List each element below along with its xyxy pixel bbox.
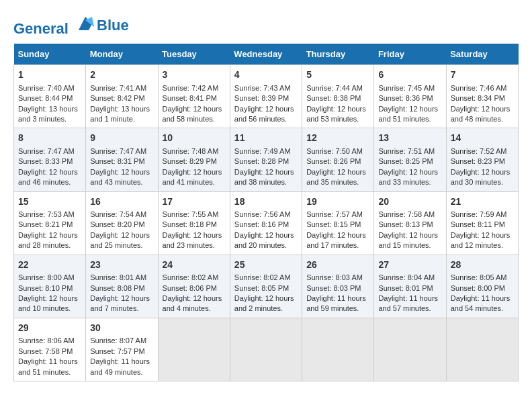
daylight-text: Daylight: 11 hours and 57 minutes. xyxy=(378,294,438,312)
sunrise-text: Sunrise: 8:02 AM xyxy=(163,273,219,281)
day-number: 7 xyxy=(451,68,514,82)
calendar-day-cell: 19Sunrise: 7:57 AMSunset: 8:15 PMDayligh… xyxy=(302,191,374,255)
weekday-header-row: SundayMondayTuesdayWednesdayThursdayFrid… xyxy=(14,44,519,65)
calendar-day-cell: 18Sunrise: 7:56 AMSunset: 8:16 PMDayligh… xyxy=(230,191,302,255)
daylight-text: Daylight: 12 hours and 28 minutes. xyxy=(18,231,78,249)
calendar-week-row: 15Sunrise: 7:53 AMSunset: 8:21 PMDayligh… xyxy=(14,191,519,255)
day-number: 6 xyxy=(378,68,441,82)
daylight-text: Daylight: 12 hours and 7 minutes. xyxy=(90,294,150,312)
calendar-week-row: 8Sunrise: 7:47 AMSunset: 8:33 PMDaylight… xyxy=(14,128,519,191)
calendar-day-cell: 10Sunrise: 7:48 AMSunset: 8:29 PMDayligh… xyxy=(158,128,230,191)
calendar-day-cell: 7Sunrise: 7:46 AMSunset: 8:34 PMDaylight… xyxy=(446,65,518,128)
sunrise-text: Sunrise: 7:47 AM xyxy=(18,147,75,155)
sunrise-text: Sunrise: 7:54 AM xyxy=(90,210,146,218)
sunrise-text: Sunrise: 7:42 AM xyxy=(163,84,219,92)
sunset-text: Sunset: 8:10 PM xyxy=(18,284,73,292)
sunset-text: Sunset: 8:08 PM xyxy=(90,284,144,292)
calendar-day-cell: 5Sunrise: 7:44 AMSunset: 8:38 PMDaylight… xyxy=(302,65,374,128)
sunrise-text: Sunrise: 7:40 AM xyxy=(18,84,75,92)
day-number: 27 xyxy=(378,259,441,272)
sunrise-text: Sunrise: 7:51 AM xyxy=(378,147,435,155)
calendar-day-cell: 2Sunrise: 7:41 AMSunset: 8:42 PMDaylight… xyxy=(86,65,158,128)
day-number: 15 xyxy=(18,195,81,209)
calendar-week-row: 1Sunrise: 7:40 AMSunset: 8:44 PMDaylight… xyxy=(14,65,519,128)
sunset-text: Sunset: 8:06 PM xyxy=(163,284,217,292)
logo-blue-text: Blue xyxy=(97,17,129,34)
daylight-text: Daylight: 12 hours and 33 minutes. xyxy=(378,168,438,186)
sunset-text: Sunset: 7:57 PM xyxy=(90,347,144,355)
calendar-day-cell: 15Sunrise: 7:53 AMSunset: 8:21 PMDayligh… xyxy=(14,191,86,255)
sunrise-text: Sunrise: 8:00 AM xyxy=(18,273,75,281)
daylight-text: Daylight: 13 hours and 1 minute. xyxy=(90,105,150,123)
sunset-text: Sunset: 8:33 PM xyxy=(18,157,73,165)
weekday-header-sunday: Sunday xyxy=(14,44,86,65)
logo-text: General xyxy=(13,13,95,37)
sunrise-text: Sunrise: 8:02 AM xyxy=(234,273,291,281)
daylight-text: Daylight: 13 hours and 3 minutes. xyxy=(18,105,78,123)
weekday-header-saturday: Saturday xyxy=(446,44,518,65)
day-number: 17 xyxy=(163,195,226,209)
weekday-header-thursday: Thursday xyxy=(302,44,374,65)
sunrise-text: Sunrise: 8:03 AM xyxy=(306,273,363,281)
calendar-day-cell: 25Sunrise: 8:02 AMSunset: 8:05 PMDayligh… xyxy=(230,255,302,318)
day-number: 11 xyxy=(234,132,298,145)
sunrise-text: Sunrise: 7:49 AM xyxy=(234,147,291,155)
sunrise-text: Sunrise: 7:59 AM xyxy=(451,210,507,218)
calendar-day-cell: 3Sunrise: 7:42 AMSunset: 8:41 PMDaylight… xyxy=(158,65,230,128)
daylight-text: Daylight: 12 hours and 51 minutes. xyxy=(378,105,438,123)
daylight-text: Daylight: 12 hours and 48 minutes. xyxy=(451,105,511,123)
day-number: 19 xyxy=(306,195,369,209)
daylight-text: Daylight: 12 hours and 30 minutes. xyxy=(451,168,511,186)
calendar-day-cell: 8Sunrise: 7:47 AMSunset: 8:33 PMDaylight… xyxy=(14,128,86,191)
calendar-day-cell: 9Sunrise: 7:47 AMSunset: 8:31 PMDaylight… xyxy=(86,128,158,191)
page-header: General Blue xyxy=(13,13,519,37)
sunset-text: Sunset: 8:31 PM xyxy=(90,157,144,165)
daylight-text: Daylight: 11 hours and 54 minutes. xyxy=(451,294,511,312)
sunset-text: Sunset: 7:58 PM xyxy=(18,347,73,355)
sunset-text: Sunset: 8:13 PM xyxy=(378,220,433,228)
day-number: 30 xyxy=(90,322,153,335)
sunset-text: Sunset: 8:29 PM xyxy=(163,157,217,165)
calendar-day-cell xyxy=(302,318,374,381)
sunrise-text: Sunrise: 8:05 AM xyxy=(451,273,507,281)
sunrise-text: Sunrise: 7:58 AM xyxy=(378,210,435,218)
sunset-text: Sunset: 8:34 PM xyxy=(451,94,505,102)
sunrise-text: Sunrise: 8:01 AM xyxy=(90,273,146,281)
calendar-day-cell: 11Sunrise: 7:49 AMSunset: 8:28 PMDayligh… xyxy=(230,128,302,191)
sunrise-text: Sunrise: 7:47 AM xyxy=(90,147,146,155)
sunrise-text: Sunrise: 8:04 AM xyxy=(378,273,435,281)
calendar-day-cell: 21Sunrise: 7:59 AMSunset: 8:11 PMDayligh… xyxy=(446,191,518,255)
calendar-week-row: 29Sunrise: 8:06 AMSunset: 7:58 PMDayligh… xyxy=(14,318,519,381)
day-number: 2 xyxy=(90,68,153,82)
daylight-text: Daylight: 12 hours and 17 minutes. xyxy=(306,231,366,249)
day-number: 29 xyxy=(18,322,81,335)
calendar-day-cell xyxy=(446,318,518,381)
daylight-text: Daylight: 12 hours and 15 minutes. xyxy=(378,231,438,249)
calendar-day-cell: 29Sunrise: 8:06 AMSunset: 7:58 PMDayligh… xyxy=(14,318,86,381)
day-number: 4 xyxy=(234,68,298,82)
daylight-text: Daylight: 12 hours and 43 minutes. xyxy=(90,168,150,186)
sunrise-text: Sunrise: 7:57 AM xyxy=(306,210,363,218)
sunrise-text: Sunrise: 7:56 AM xyxy=(234,210,291,218)
sunset-text: Sunset: 8:11 PM xyxy=(451,220,505,228)
sunset-text: Sunset: 8:36 PM xyxy=(378,94,433,102)
sunrise-text: Sunrise: 8:07 AM xyxy=(90,336,146,345)
calendar-day-cell: 27Sunrise: 8:04 AMSunset: 8:01 PMDayligh… xyxy=(374,255,446,318)
day-number: 3 xyxy=(163,68,226,82)
sunset-text: Sunset: 8:38 PM xyxy=(306,94,361,102)
sunrise-text: Sunrise: 7:44 AM xyxy=(306,84,363,92)
sunset-text: Sunset: 8:28 PM xyxy=(234,157,289,165)
day-number: 16 xyxy=(90,195,153,209)
calendar-day-cell: 26Sunrise: 8:03 AMSunset: 8:03 PMDayligh… xyxy=(302,255,374,318)
day-number: 26 xyxy=(306,259,369,272)
calendar-week-row: 22Sunrise: 8:00 AMSunset: 8:10 PMDayligh… xyxy=(14,255,519,318)
sunrise-text: Sunrise: 7:41 AM xyxy=(90,84,146,92)
sunset-text: Sunset: 8:00 PM xyxy=(451,284,505,292)
day-number: 20 xyxy=(378,195,441,209)
sunset-text: Sunset: 8:03 PM xyxy=(306,284,361,292)
sunrise-text: Sunrise: 7:53 AM xyxy=(18,210,75,218)
sunset-text: Sunset: 8:44 PM xyxy=(18,94,73,102)
calendar-day-cell: 24Sunrise: 8:02 AMSunset: 8:06 PMDayligh… xyxy=(158,255,230,318)
weekday-header-friday: Friday xyxy=(374,44,446,65)
calendar-day-cell xyxy=(374,318,446,381)
